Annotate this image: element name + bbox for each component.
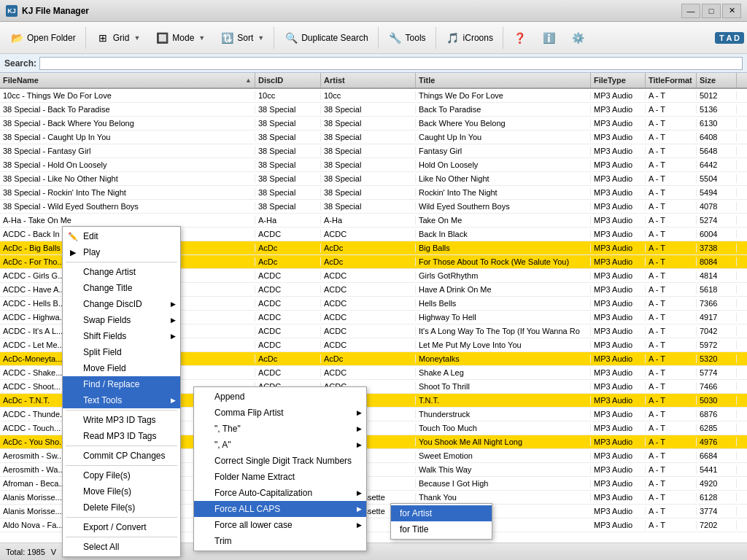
- table-row[interactable]: 10cc - Things We Do For Love10cc10ccThin…: [0, 89, 747, 103]
- search-label: Search:: [4, 58, 36, 69]
- grid-dropdown-arrow: ▼: [133, 34, 140, 42]
- info-button[interactable]: ℹ️: [535, 26, 563, 50]
- table-row[interactable]: 38 Special - Rockin' Into The Night38 Sp…: [0, 186, 747, 200]
- text-tools-item-trim[interactable]: Trim: [194, 533, 366, 549]
- col-header-size[interactable]: Size: [697, 73, 737, 88]
- menu-item-text-tools[interactable]: Text Tools: [63, 392, 180, 408]
- text-tools-item----the-[interactable]: ", The": [194, 421, 366, 437]
- menu-item-split-field[interactable]: Split Field: [63, 344, 180, 360]
- menu-separator: [66, 262, 177, 262]
- app-icon: KJ: [6, 5, 18, 17]
- menu-item-shift-fields[interactable]: Shift Fields: [63, 328, 180, 344]
- col-header-discid[interactable]: DiscID: [255, 73, 321, 88]
- text-tools-item-folder-name-extract[interactable]: Folder Name Extract: [194, 469, 366, 485]
- status-total: Total: 1985: [6, 548, 45, 556]
- mode-button[interactable]: 🔲 Mode ▼: [148, 26, 212, 50]
- titlebar: KJ KJ File Manager — □ ✕: [0, 0, 747, 22]
- minimize-button[interactable]: —: [681, 4, 700, 18]
- menu-item-move-file-s-[interactable]: Move File(s): [63, 483, 180, 499]
- menu-item-copy-file-s-[interactable]: Copy File(s): [63, 467, 180, 483]
- menu-separator: [66, 517, 177, 518]
- gear-button[interactable]: ⚙️: [565, 26, 592, 50]
- menu-item-select-all[interactable]: Select All: [63, 539, 180, 555]
- text-tools-item----a-[interactable]: ", A": [194, 437, 366, 453]
- titlebar-controls: — □ ✕: [681, 4, 741, 18]
- menu-item-read-mp3-id-tags[interactable]: Read MP3 ID Tags: [63, 428, 180, 444]
- table-row[interactable]: 38 Special - Fantasy Girl38 Special38 Sp…: [0, 144, 747, 158]
- menu-item-edit[interactable]: ✏️Edit: [63, 228, 180, 244]
- text-tools-submenu: AppendComma Flip Artist", The"", A"Corre…: [193, 386, 367, 551]
- sort-button[interactable]: 🔃 Sort ▼: [213, 26, 271, 50]
- menu-item-commit-cp-changes[interactable]: Commit CP Changes: [63, 448, 180, 464]
- search-input[interactable]: [39, 57, 743, 70]
- toolbar-separator-1: [85, 27, 86, 49]
- icroons-icon: 🎵: [446, 31, 460, 45]
- col-header-title[interactable]: Title: [416, 73, 591, 88]
- sort-icon: 🔃: [220, 31, 234, 45]
- table-row[interactable]: 38 Special - Caught Up In You38 Special3…: [0, 131, 747, 144]
- maximize-button[interactable]: □: [702, 4, 721, 18]
- toolbar: 📂 Open Folder ⊞ Grid ▼ 🔲 Mode ▼ 🔃 Sort ▼…: [0, 22, 747, 54]
- col-header-filename[interactable]: FileName ▲: [0, 73, 255, 88]
- table-row[interactable]: 38 Special - Back To Paradise38 Special3…: [0, 103, 747, 117]
- menu-item-change-title[interactable]: Change Title: [63, 280, 180, 296]
- text-tools-item-force-auto-capitalization[interactable]: Force Auto-Capitalization: [194, 485, 366, 501]
- force-caps-submenu: for Artistfor Title: [390, 503, 492, 540]
- text-tools-item-append[interactable]: Append: [194, 389, 366, 405]
- text-tools-item-force-all-caps[interactable]: Force ALL CAPS: [194, 501, 366, 517]
- sort-arrow-filename: ▲: [245, 77, 252, 84]
- toolbar-separator-2: [274, 27, 274, 49]
- col-header-filetype[interactable]: FileType: [591, 73, 646, 88]
- help-button[interactable]: ❓: [506, 26, 534, 50]
- open-folder-button[interactable]: 📂 Open Folder: [3, 26, 82, 50]
- force-caps-item-for-title[interactable]: for Title: [391, 521, 492, 537]
- table-row[interactable]: 38 Special - Wild Eyed Southern Boys38 S…: [0, 200, 747, 214]
- tools-button[interactable]: 🔧 Tools: [382, 26, 433, 50]
- menu-item-delete-file-s-[interactable]: Delete File(s): [63, 499, 180, 516]
- duplicate-search-icon: 🔍: [284, 31, 298, 45]
- menu-item-change-discid[interactable]: Change DiscID: [63, 296, 180, 312]
- searchbar: Search:: [0, 54, 747, 73]
- app-title: KJ File Manager: [22, 6, 89, 16]
- menu-item-find---replace[interactable]: Find / Replace: [63, 376, 180, 392]
- icroons-button[interactable]: 🎵 iCroons: [439, 26, 500, 50]
- table-row[interactable]: 38 Special - Back Where You Belong38 Spe…: [0, 117, 747, 131]
- menu-separator: [66, 446, 177, 446]
- menu-item-icon: ✏️: [67, 230, 79, 242]
- sort-dropdown-arrow: ▼: [258, 34, 264, 42]
- menu-separator: [66, 537, 177, 537]
- toolbar-separator-5: [503, 27, 503, 49]
- column-headers: FileName ▲ DiscID Artist Title FileType …: [0, 73, 747, 89]
- gear-icon: ⚙️: [571, 31, 586, 45]
- col-header-artist[interactable]: Artist: [321, 73, 416, 88]
- mode-icon: 🔲: [155, 31, 169, 45]
- tools-icon: 🔧: [388, 31, 403, 45]
- col-header-titleformat[interactable]: TitleFormat: [646, 73, 697, 88]
- duplicate-search-button[interactable]: 🔍 Duplicate Search: [277, 26, 374, 50]
- mode-dropdown-arrow: ▼: [198, 34, 205, 42]
- info-icon: ℹ️: [542, 31, 557, 45]
- menu-item-change-artist[interactable]: Change Artist: [63, 264, 180, 280]
- menu-item-icon: ▶: [67, 246, 79, 258]
- help-icon: ❓: [513, 31, 527, 45]
- menu-separator: [66, 465, 177, 466]
- close-button[interactable]: ✕: [722, 4, 741, 18]
- toolbar-separator-4: [436, 27, 436, 49]
- status-view: V: [51, 548, 56, 556]
- text-tools-item-comma-flip-artist[interactable]: Comma Flip Artist: [194, 405, 366, 421]
- table-row[interactable]: 38 Special - Hold On Loosely38 Special38…: [0, 158, 747, 172]
- context-menu: ✏️Edit▶PlayChange ArtistChange TitleChan…: [62, 226, 181, 557]
- menu-item-write-mp3-id-tags[interactable]: Write MP3 ID Tags: [63, 412, 180, 428]
- text-tools-item-correct-single-digit-track-numbers[interactable]: Correct Single Digit Track Numbers: [194, 453, 366, 469]
- force-caps-item-for-artist[interactable]: for Artist: [391, 505, 492, 521]
- menu-separator: [66, 410, 177, 411]
- menu-item-move-field[interactable]: Move Field: [63, 360, 180, 376]
- menu-item-swap-fields[interactable]: Swap Fields: [63, 312, 180, 328]
- table-row[interactable]: 38 Special - Like No Other Night38 Speci…: [0, 172, 747, 186]
- text-tools-item-force-all-lower-case[interactable]: Force all lower case: [194, 517, 366, 533]
- menu-item-play[interactable]: ▶Play: [63, 244, 180, 260]
- menu-item-export---convert[interactable]: Export / Convert: [63, 519, 180, 535]
- folder-icon: 📂: [9, 31, 24, 45]
- grid-icon: ⊞: [96, 31, 110, 45]
- grid-button[interactable]: ⊞ Grid ▼: [89, 26, 147, 50]
